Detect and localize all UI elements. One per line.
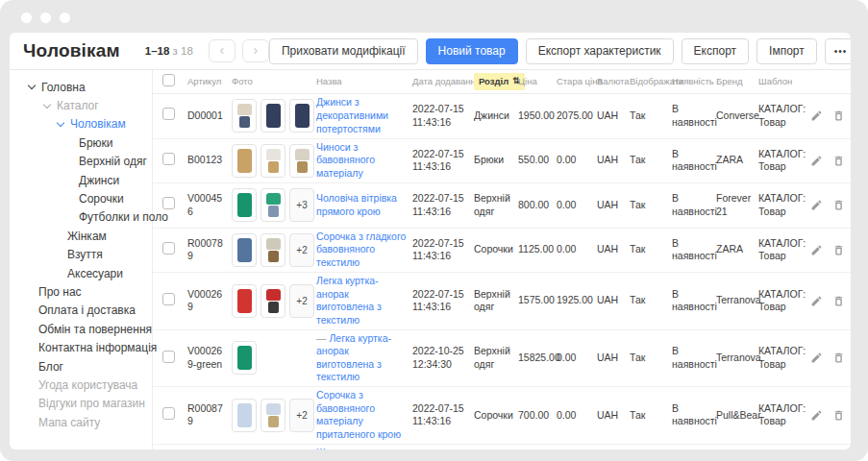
more-actions-button[interactable]: •••: [825, 38, 851, 64]
sidebar-item-12[interactable]: Оплата і доставка: [10, 302, 152, 320]
trash-icon[interactable]: [832, 155, 845, 167]
sidebar-item-9[interactable]: Взуття: [10, 246, 152, 264]
export-characteristics-button[interactable]: Експорт характеристик: [526, 38, 674, 64]
more-photos-badge[interactable]: +2: [289, 399, 314, 432]
product-link[interactable]: Чоловіча вітрівка прямого крою: [316, 192, 397, 217]
column-header[interactable]: Фото: [232, 76, 316, 87]
hide-modifications-button[interactable]: Приховати модифікації: [269, 38, 418, 64]
product-link[interactable]: Чиноси з бавовняного матеріалу: [316, 141, 375, 179]
photos-cell: [232, 99, 316, 133]
product-photo[interactable]: [232, 233, 257, 267]
window-minimize-button[interactable]: [40, 12, 51, 23]
export-button[interactable]: Експорт: [682, 38, 749, 64]
sidebar-item-7[interactable]: Футболки и поло: [10, 208, 152, 227]
row-checkbox[interactable]: [162, 293, 175, 305]
select-all-checkbox[interactable]: [162, 74, 175, 86]
column-header[interactable]: Відображати: [630, 76, 672, 87]
sidebar-item-4[interactable]: Верхній одяг: [10, 153, 152, 171]
product-photo[interactable]: [289, 99, 314, 133]
sidebar-item-6[interactable]: Сорочки: [10, 189, 152, 207]
sidebar-item-5[interactable]: Джинси: [10, 171, 152, 189]
product-photo[interactable]: [232, 341, 257, 375]
new-product-button[interactable]: Новий товар: [426, 38, 518, 64]
sidebar-item-15[interactable]: Блог: [10, 357, 152, 376]
sidebar-item-0[interactable]: Головна: [10, 78, 152, 96]
product-photo[interactable]: [289, 144, 314, 178]
column-header[interactable]: Стара ціна: [557, 76, 597, 87]
sidebar-item-14[interactable]: Контактна інформація: [10, 338, 152, 356]
sidebar-item-17[interactable]: Відгуки про магазин: [10, 395, 152, 413]
sku-cell: D00001: [187, 109, 232, 123]
sidebar-item-2[interactable]: Чоловікам: [10, 115, 152, 133]
product-link[interactable]: Легка куртка-анорак виготовлена з тексти…: [316, 275, 382, 326]
brand-cell: Converse: [716, 109, 758, 123]
product-link[interactable]: Сорочка з гладкого бавовняного текстилю: [316, 230, 406, 268]
trash-icon[interactable]: [832, 244, 845, 256]
product-photo[interactable]: [232, 144, 257, 178]
row-checkbox[interactable]: [162, 242, 175, 255]
product-photo[interactable]: [232, 399, 257, 432]
more-photos-badge[interactable]: +2: [289, 233, 314, 267]
product-photo[interactable]: [260, 188, 285, 222]
trash-icon[interactable]: [832, 409, 845, 422]
date-added-cell: 2022-07-15 11:43:16: [412, 103, 474, 129]
sidebar-item-10[interactable]: Аксесуари: [10, 264, 152, 282]
trash-icon[interactable]: [832, 109, 845, 122]
sidebar-item-16[interactable]: Угода користувача: [10, 376, 152, 394]
row-checkbox[interactable]: [162, 153, 175, 165]
pencil-icon[interactable]: [810, 155, 823, 167]
column-header[interactable]: Бренд: [716, 76, 758, 87]
sidebar-item-13[interactable]: Обмін та повернення: [10, 320, 152, 338]
pencil-icon[interactable]: [810, 409, 823, 422]
column-header-label: Артикул: [187, 76, 221, 87]
pencil-icon[interactable]: [810, 295, 823, 307]
product-photo[interactable]: [232, 188, 257, 222]
column-header[interactable]: Артикул: [187, 76, 232, 87]
pencil-icon[interactable]: [810, 244, 823, 256]
product-link[interactable]: Штани з бавовняного матеріалу прямого кр…: [316, 447, 404, 449]
trash-icon[interactable]: [832, 199, 845, 211]
product-photo[interactable]: [232, 99, 257, 133]
column-header[interactable]: Валюта: [597, 76, 630, 87]
pencil-icon[interactable]: [810, 352, 823, 364]
sidebar-item-label: Верхній одяг: [79, 155, 147, 168]
product-photo[interactable]: [232, 284, 257, 318]
prev-page-button[interactable]: ‹: [209, 39, 236, 62]
pencil-icon[interactable]: [810, 109, 823, 122]
column-header[interactable]: Дата додавання: [412, 76, 474, 87]
row-checkbox[interactable]: [162, 407, 175, 420]
product-photo[interactable]: [260, 144, 285, 178]
import-button[interactable]: Імпорт: [756, 38, 817, 64]
row-checkbox[interactable]: [162, 108, 175, 120]
window-close-button[interactable]: [21, 12, 32, 23]
pencil-icon[interactable]: [810, 199, 823, 211]
product-link[interactable]: Сорочка з бавовняного матеріалу притален…: [316, 389, 401, 440]
garment-shape: [237, 104, 252, 115]
sidebar-item-8[interactable]: Жінкам: [10, 227, 152, 245]
row-checkbox[interactable]: [162, 197, 175, 209]
row-actions: [810, 352, 847, 364]
sidebar-item-1[interactable]: Каталог: [10, 96, 152, 114]
product-photo[interactable]: [260, 233, 285, 267]
sidebar-item-18[interactable]: Мапа сайту: [10, 413, 152, 431]
product-link[interactable]: Джинси з декоративними потертостями: [316, 96, 388, 133]
sidebar-item-11[interactable]: Про нас: [10, 282, 152, 301]
column-header-chip: Ціна: [518, 76, 537, 87]
column-header[interactable]: Назва: [316, 76, 412, 87]
row-checkbox[interactable]: [162, 351, 175, 363]
column-header[interactable]: Розділ⇅: [474, 73, 518, 90]
sidebar-item-3[interactable]: Брюки: [10, 133, 152, 152]
trash-icon[interactable]: [832, 352, 845, 364]
product-photo[interactable]: [260, 399, 285, 432]
next-page-button[interactable]: ›: [242, 39, 269, 62]
window-maximize-button[interactable]: [60, 12, 70, 23]
column-header[interactable]: Наявність: [672, 76, 716, 87]
more-photos-badge[interactable]: +2: [289, 284, 314, 318]
product-photo[interactable]: [260, 99, 285, 133]
product-photo[interactable]: [260, 284, 285, 318]
trash-icon[interactable]: [832, 295, 845, 307]
more-photos-badge[interactable]: +3: [289, 188, 314, 222]
column-header[interactable]: Шаблон: [758, 76, 810, 87]
column-header[interactable]: Ціна: [518, 76, 557, 87]
availability-cell: В наявності: [672, 237, 716, 263]
